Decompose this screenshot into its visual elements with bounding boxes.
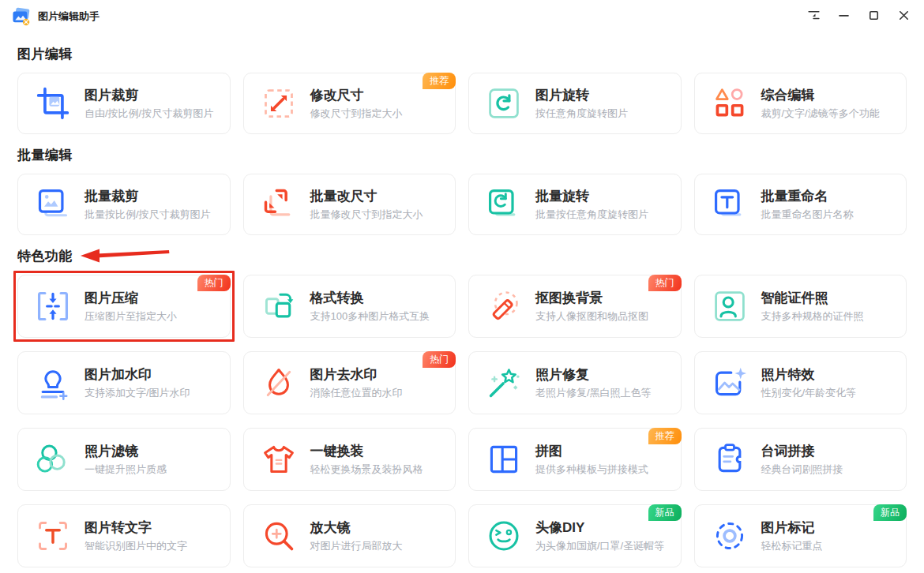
feature-card[interactable]: 抠图换背景支持人像抠图和物品抠图热门 bbox=[468, 275, 682, 338]
card-grid: 图片压缩压缩图片至指定大小热门格式转换支持100多种图片格式互换抠图换背景支持人… bbox=[17, 275, 907, 567]
photo-effects-icon bbox=[712, 365, 747, 400]
card-text: 照片修复老照片修复/黑白照上色等 bbox=[535, 367, 652, 399]
card-text: 图片压缩压缩图片至指定大小 bbox=[85, 290, 177, 323]
card-subtitle: 批量按比例/按尺寸裁剪图片 bbox=[85, 208, 211, 221]
recommend-badge: 推荐 bbox=[423, 73, 456, 89]
batch-rename-icon bbox=[712, 187, 747, 222]
hot-badge: 热门 bbox=[423, 351, 456, 368]
card-title: 图片旋转 bbox=[535, 88, 628, 103]
card-grid: 批量裁剪批量按比例/按尺寸裁剪图片批量改尺寸批量修改尺寸到指定大小批量旋转批量按… bbox=[17, 174, 907, 235]
feature-card[interactable]: 批量重命名批量重命名图片名称 bbox=[694, 174, 907, 235]
format-convert-icon bbox=[261, 289, 296, 324]
card-text: 批量重命名批量重命名图片名称 bbox=[761, 189, 854, 221]
card-text: 图片转文字智能识别图片中的文字 bbox=[85, 520, 187, 552]
section-header: 特色功能 bbox=[17, 246, 907, 265]
close-button[interactable] bbox=[891, 5, 916, 28]
feature-card[interactable]: 格式转换支持100多种图片格式互换 bbox=[243, 275, 456, 338]
card-subtitle: 轻松更换场景及装扮风格 bbox=[310, 463, 423, 476]
minimize-button[interactable] bbox=[831, 5, 856, 28]
feature-card[interactable]: 台词拼接经典台词剧照拼接 bbox=[694, 428, 907, 491]
feature-card[interactable]: 图片裁剪自由/按比例/按尺寸裁剪图片 bbox=[17, 73, 231, 134]
app-window: 图片编辑助手 图片编辑图片裁剪 bbox=[0, 0, 924, 573]
feature-card[interactable]: 修改尺寸修改尺寸到指定大小推荐 bbox=[243, 73, 456, 134]
card-subtitle: 裁剪/文字/滤镜等多个功能 bbox=[761, 107, 880, 120]
card-title: 照片滤镜 bbox=[85, 444, 167, 459]
card-text: 图片标记轻松标记重点 bbox=[761, 520, 823, 552]
card-text: 头像DIY为头像加国旗/口罩/圣诞帽等 bbox=[535, 520, 664, 552]
feature-card[interactable]: 图片去水印消除任意位置的水印热门 bbox=[243, 351, 456, 414]
card-subtitle: 自由/按比例/按尺寸裁剪图片 bbox=[85, 107, 213, 120]
remove-watermark-icon bbox=[261, 365, 296, 400]
card-title: 图片去水印 bbox=[310, 367, 403, 383]
card-title: 放大镜 bbox=[310, 520, 403, 536]
card-subtitle: 轻松标记重点 bbox=[761, 540, 823, 552]
titlebar: 图片编辑助手 bbox=[0, 0, 924, 33]
image-to-text-icon bbox=[36, 519, 70, 553]
card-title: 批量改尺寸 bbox=[310, 189, 423, 204]
feature-card[interactable]: 智能证件照支持多种规格的证件照 bbox=[694, 275, 907, 338]
card-text: 批量旋转批量按任意角度旋转图片 bbox=[535, 189, 648, 221]
mini-mode-button[interactable] bbox=[801, 5, 826, 28]
card-text: 图片去水印消除任意位置的水印 bbox=[310, 367, 403, 399]
add-watermark-icon bbox=[36, 365, 70, 400]
card-title: 图片标记 bbox=[761, 520, 823, 536]
card-title: 拼图 bbox=[535, 444, 648, 459]
cutout-icon bbox=[486, 289, 521, 324]
main-content: 图片编辑图片裁剪自由/按比例/按尺寸裁剪图片修改尺寸修改尺寸到指定大小推荐图片旋… bbox=[0, 33, 924, 573]
outfit-change-icon bbox=[261, 442, 296, 477]
card-text: 照片滤镜一键提升照片质感 bbox=[85, 444, 167, 476]
card-text: 修改尺寸修改尺寸到指定大小 bbox=[310, 88, 403, 120]
feature-card[interactable]: 批量改尺寸批量修改尺寸到指定大小 bbox=[243, 174, 456, 235]
feature-card[interactable]: 批量旋转批量按任意角度旋转图片 bbox=[468, 174, 682, 235]
feature-card[interactable]: 拼图提供多种模板与拼接模式推荐 bbox=[468, 428, 682, 491]
annotation-arrow-icon bbox=[79, 248, 172, 264]
card-text: 台词拼接经典台词剧照拼接 bbox=[761, 444, 843, 476]
card-subtitle: 按任意角度旋转图片 bbox=[535, 107, 628, 120]
card-subtitle: 支持人像抠图和物品抠图 bbox=[535, 310, 648, 323]
card-text: 一键换装轻松更换场景及装扮风格 bbox=[310, 444, 423, 476]
card-text: 综合编辑裁剪/文字/滤镜等多个功能 bbox=[761, 88, 880, 120]
hot-badge: 热门 bbox=[648, 275, 682, 291]
avatar-diy-icon bbox=[486, 519, 521, 553]
card-subtitle: 批量重命名图片名称 bbox=[761, 208, 854, 221]
magnifier-icon bbox=[261, 519, 296, 553]
card-text: 抠图换背景支持人像抠图和物品抠图 bbox=[535, 290, 648, 323]
image-mark-icon bbox=[712, 519, 747, 553]
card-subtitle: 压缩图片至指定大小 bbox=[85, 310, 177, 323]
new-badge: 新品 bbox=[873, 504, 907, 521]
feature-card[interactable]: 放大镜对图片进行局部放大 bbox=[243, 504, 456, 567]
close-icon bbox=[896, 8, 911, 25]
new-badge: 新品 bbox=[648, 504, 682, 521]
section-header: 图片编辑 bbox=[17, 44, 907, 63]
feature-card[interactable]: 一键换装轻松更换场景及装扮风格 bbox=[243, 428, 456, 491]
maximize-button[interactable] bbox=[861, 5, 886, 28]
card-title: 照片修复 bbox=[535, 367, 652, 383]
feature-card[interactable]: 图片加水印支持添加文字/图片水印 bbox=[17, 351, 231, 414]
batch-resize-icon bbox=[261, 187, 296, 222]
section-header: 批量编辑 bbox=[17, 145, 907, 164]
feature-card[interactable]: 图片旋转按任意角度旋转图片 bbox=[468, 73, 682, 134]
compress-icon bbox=[36, 289, 70, 324]
feature-card[interactable]: 图片压缩压缩图片至指定大小热门 bbox=[17, 275, 231, 338]
feature-card[interactable]: 照片特效性别变化/年龄变化等 bbox=[694, 351, 907, 414]
feature-card[interactable]: 图片标记轻松标记重点新品 bbox=[694, 504, 907, 567]
minimize-icon bbox=[836, 8, 851, 25]
card-title: 修改尺寸 bbox=[310, 88, 403, 103]
feature-card[interactable]: 综合编辑裁剪/文字/滤镜等多个功能 bbox=[694, 73, 907, 134]
feature-card[interactable]: 照片修复老照片修复/黑白照上色等 bbox=[468, 351, 682, 414]
feature-card[interactable]: 批量裁剪批量按比例/按尺寸裁剪图片 bbox=[17, 174, 231, 235]
card-subtitle: 批量按任意角度旋转图片 bbox=[535, 208, 648, 221]
card-subtitle: 批量修改尺寸到指定大小 bbox=[310, 208, 423, 221]
card-text: 拼图提供多种模板与拼接模式 bbox=[535, 444, 648, 476]
id-photo-icon bbox=[712, 289, 747, 324]
subtitle-stitch-icon bbox=[712, 442, 747, 477]
card-title: 综合编辑 bbox=[761, 88, 880, 103]
card-title: 一键换装 bbox=[310, 444, 423, 459]
card-title: 批量裁剪 bbox=[85, 189, 211, 204]
feature-card[interactable]: 照片滤镜一键提升照片质感 bbox=[17, 428, 231, 491]
card-title: 图片压缩 bbox=[85, 290, 177, 306]
feature-card[interactable]: 头像DIY为头像加国旗/口罩/圣诞帽等新品 bbox=[468, 504, 682, 567]
card-subtitle: 性别变化/年龄变化等 bbox=[761, 387, 857, 399]
feature-card[interactable]: 图片转文字智能识别图片中的文字 bbox=[17, 504, 231, 567]
section-title: 图片编辑 bbox=[17, 45, 73, 63]
